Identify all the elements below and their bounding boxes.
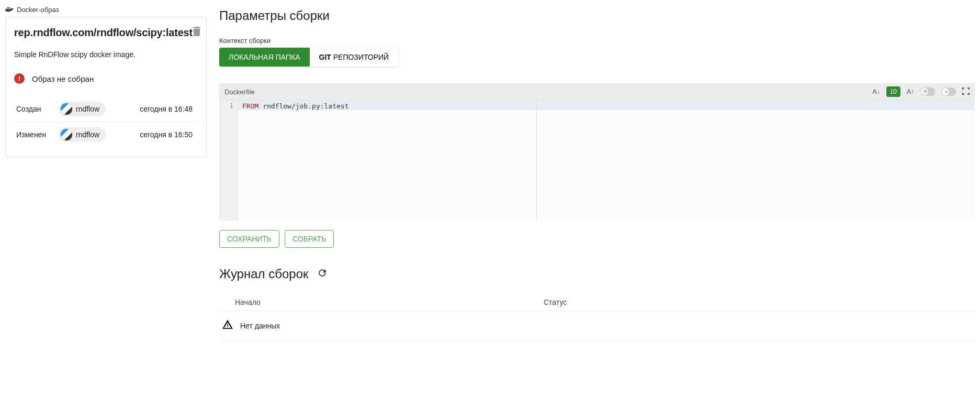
fullscreen-icon[interactable] [962, 87, 970, 96]
tab-git-bold: GIT [319, 53, 331, 61]
context-tabs: ЛОКАЛЬНАЯ ПАПКА GIT РЕПОЗИТОРИЙ [219, 48, 398, 67]
created-user-name: rndflow [76, 105, 99, 113]
font-increase-icon[interactable]: A↑ [907, 88, 914, 95]
no-data-text: Нет данных [240, 322, 280, 330]
code-ruler [536, 101, 537, 221]
page-header-label: Docker-образ [17, 6, 59, 14]
tab-local-folder[interactable]: ЛОКАЛЬНАЯ ПАПКА [219, 48, 310, 67]
font-decrease-icon[interactable]: A↓ [873, 88, 880, 95]
status-text: Образ не собран [32, 74, 94, 83]
created-label: Создан [16, 105, 59, 113]
code-keyword: FROM [242, 102, 258, 110]
meta-row-modified: Изменен rndflow сегодня в 16:50 [14, 122, 198, 147]
code-area[interactable]: 1 FROM rndflow/job.py:latest [219, 100, 975, 221]
build-params-title: Параметры сборки [219, 8, 975, 23]
error-icon: ! [14, 73, 25, 84]
col-status-header: Статус [544, 298, 959, 306]
warning-icon [222, 320, 233, 332]
col-start-header: Начало [235, 298, 544, 306]
line-number: 1 [219, 102, 233, 109]
build-log-title: Журнал сборок [219, 267, 309, 281]
vim-toggle[interactable]: v [941, 87, 956, 96]
build-context-label: Контекст сборки [219, 37, 975, 45]
code-content[interactable]: FROM rndflow/job.py:latest [238, 101, 975, 221]
created-user-chip[interactable]: rndflow [59, 102, 106, 116]
editor-filename: Dockerfile [224, 88, 255, 96]
avatar [60, 103, 73, 115]
editor-toolbar: Dockerfile A↓ 10 A↑ ⟳ v [219, 83, 975, 100]
tab-git-repo[interactable]: GIT РЕПОЗИТОРИЙ [310, 48, 399, 67]
delete-icon[interactable] [193, 27, 201, 39]
modified-user-chip[interactable]: rndflow [59, 127, 106, 142]
modified-label: Изменен [16, 130, 59, 139]
avatar [60, 128, 73, 141]
line-gutter: 1 [219, 101, 238, 221]
code-path: rndflow/job.py:latest [258, 102, 348, 110]
dockerfile-editor: Dockerfile A↓ 10 A↑ ⟳ v 1 [219, 83, 975, 221]
modified-user-name: rndflow [76, 130, 99, 139]
no-data-row: Нет данных [219, 311, 975, 341]
image-description: Simple RnDFlow scipy docker image. [14, 50, 198, 59]
font-size-badge: 10 [886, 86, 900, 97]
docker-whale-icon [5, 5, 14, 14]
meta-row-created: Создан rndflow сегодня в 16:48 [14, 96, 198, 122]
image-title: rep.rndflow.com/rndflow/scipy:latest [14, 27, 193, 39]
build-status: ! Образ не собран [14, 73, 198, 84]
refresh-icon[interactable] [317, 268, 328, 281]
image-card: rep.rndflow.com/rndflow/scipy:latest Sim… [5, 17, 207, 157]
modified-date: сегодня в 16:50 [140, 130, 196, 139]
save-button[interactable]: СОХРАНИТЬ [219, 230, 279, 248]
log-table-header: Начало Статус [219, 294, 975, 311]
created-date: сегодня в 16:48 [140, 105, 196, 113]
build-button[interactable]: СОБРАТЬ [285, 230, 334, 248]
page-header: Docker-образ [5, 5, 207, 14]
tab-git-rest: РЕПОЗИТОРИЙ [331, 53, 389, 61]
wrap-toggle[interactable]: ⟳ [920, 87, 935, 96]
